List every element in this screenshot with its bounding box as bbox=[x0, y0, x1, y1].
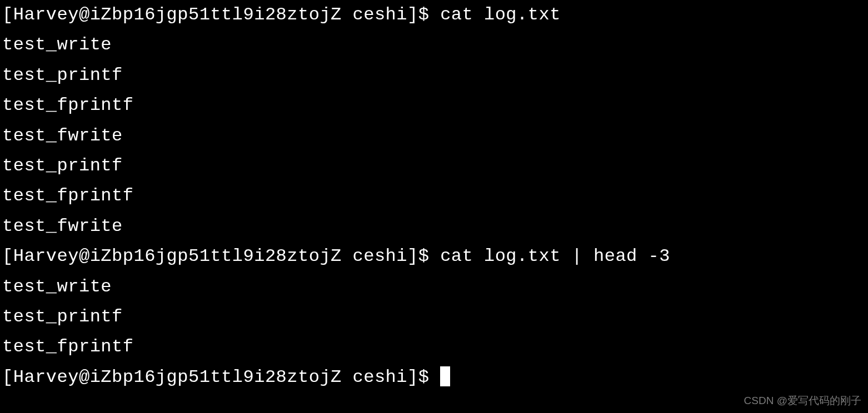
prompt-line-1: [Harvey@iZbp16jgp51ttl9i28ztojZ ceshi]$ … bbox=[2, 0, 866, 30]
output-line: test_printf bbox=[2, 61, 866, 90]
output-line: test_fprintf bbox=[2, 90, 866, 120]
command-text: cat log.txt | head -3 bbox=[440, 246, 670, 266]
output-line: test_printf bbox=[2, 151, 866, 181]
shell-prompt: [Harvey@iZbp16jgp51ttl9i28ztojZ ceshi]$ bbox=[2, 367, 440, 387]
terminal-window[interactable]: [Harvey@iZbp16jgp51ttl9i28ztojZ ceshi]$ … bbox=[0, 0, 868, 392]
output-line: test_write bbox=[2, 30, 866, 60]
prompt-line-current[interactable]: [Harvey@iZbp16jgp51ttl9i28ztojZ ceshi]$ bbox=[2, 362, 866, 392]
output-line: test_write bbox=[2, 272, 866, 302]
output-line: test_fwrite bbox=[2, 211, 866, 241]
shell-prompt: [Harvey@iZbp16jgp51ttl9i28ztojZ ceshi]$ bbox=[2, 4, 440, 25]
watermark-text: CSDN @爱写代码的刚子 bbox=[744, 392, 861, 410]
output-line: test_printf bbox=[2, 302, 866, 332]
command-text: cat log.txt bbox=[440, 4, 561, 25]
output-line: test_fwrite bbox=[2, 121, 866, 151]
shell-prompt: [Harvey@iZbp16jgp51ttl9i28ztojZ ceshi]$ bbox=[2, 246, 440, 266]
output-line: test_fprintf bbox=[2, 332, 866, 362]
prompt-line-2: [Harvey@iZbp16jgp51ttl9i28ztojZ ceshi]$ … bbox=[2, 241, 866, 271]
output-line: test_fprintf bbox=[2, 181, 866, 211]
terminal-cursor bbox=[440, 366, 450, 386]
